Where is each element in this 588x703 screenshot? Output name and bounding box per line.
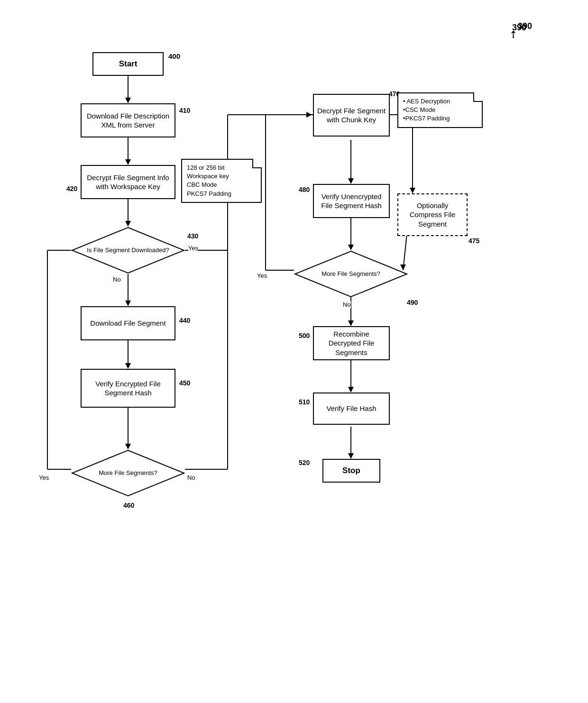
ref-400: 400 (168, 52, 180, 60)
ref-440: 440 (179, 317, 190, 324)
ref-420: 420 (66, 185, 77, 192)
ref-430: 430 (187, 232, 198, 240)
diagram-container: 390 (0, 0, 588, 703)
ref-490: 490 (407, 299, 418, 306)
svg-marker-29 (348, 320, 354, 326)
yes-490-label: Yes (257, 272, 267, 279)
stop-box: Stop (322, 459, 380, 483)
diamond-490: More File Segments? (294, 250, 408, 298)
svg-marker-24 (348, 245, 354, 250)
ref-410: 410 (179, 107, 190, 114)
diamond-430: Is File Segment Downloaded? (71, 227, 185, 274)
box-440: Download File Segment (81, 306, 175, 340)
box-500: Recombine Decrypted File Segments (313, 326, 390, 360)
svg-marker-38 (410, 188, 415, 193)
svg-marker-22 (348, 178, 354, 184)
start-box: Start (92, 52, 164, 76)
box-470: Decrypt File Segment with Chunk Key (313, 94, 390, 137)
svg-marker-3 (125, 159, 131, 165)
box-480: Verify Unencrypted File Segment Hash (313, 184, 390, 218)
svg-marker-31 (348, 387, 354, 393)
ref-460: 460 (123, 502, 134, 509)
diamond-460: More File Segments? (71, 449, 185, 497)
svg-marker-33 (348, 453, 354, 459)
ref-450: 450 (179, 379, 190, 387)
svg-marker-1 (125, 98, 131, 103)
ref-520: 520 (299, 459, 310, 466)
note-420: 128 or 256 bit Workspace key CBC Mode PK… (181, 159, 262, 203)
svg-marker-15 (125, 444, 131, 449)
box-475: Optionally Compress File Segment (397, 193, 468, 236)
box-510: Verify File Hash (313, 393, 390, 425)
ref-390: 390 (518, 21, 532, 31)
box-450: Verify Encrypted File Segment Hash (81, 369, 175, 408)
ref-500: 500 (299, 332, 310, 339)
no-460-label: No (187, 474, 195, 481)
svg-marker-13 (125, 363, 131, 369)
svg-marker-5 (125, 221, 131, 227)
ref-510: 510 (299, 398, 310, 406)
ref-475: 475 (469, 237, 479, 245)
yes-460-label: Yes (39, 474, 49, 481)
box-420: Decrypt File Segment Info with Workspace… (81, 165, 175, 199)
ref-480: 480 (299, 186, 310, 193)
no-490-label: No (343, 301, 351, 308)
no-430-label: No (113, 276, 121, 283)
svg-marker-9 (306, 112, 312, 118)
yes-430-label: Yes (188, 245, 198, 252)
box-410: Download File Description XML from Serve… (81, 103, 175, 137)
svg-marker-11 (125, 301, 131, 306)
note-470: • AES Decryption •CSC Mode •PKCS7 Paddin… (397, 92, 483, 128)
